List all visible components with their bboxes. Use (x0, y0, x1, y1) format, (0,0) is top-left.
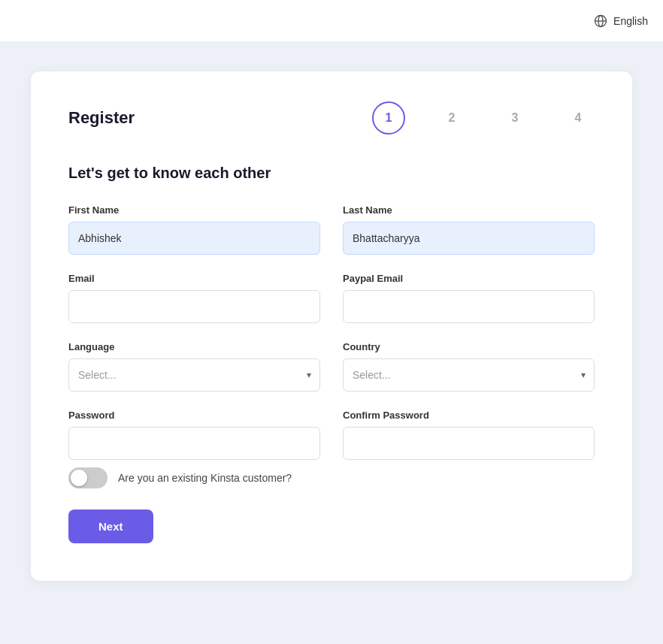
confirm-password-label: Confirm Password (343, 410, 595, 421)
first-name-label: First Name (68, 204, 320, 216)
language-select[interactable]: Select... (68, 358, 320, 392)
steps-indicator: 1 2 3 4 (372, 101, 595, 135)
paypal-email-label: Paypal Email (343, 273, 595, 284)
first-name-input[interactable] (68, 222, 320, 255)
country-group: Country Select... ▾ (343, 341, 595, 392)
language-selector[interactable]: English (594, 14, 648, 28)
form-grid: First Name Last Name Email Paypal Email (68, 204, 595, 460)
card-header: Register 1 2 3 4 (68, 101, 595, 135)
step-2: 2 (435, 101, 468, 135)
confirm-password-input[interactable] (343, 427, 595, 460)
form-subtitle: Let's get to know each other (68, 165, 595, 182)
register-title: Register (68, 108, 135, 128)
step-4: 4 (562, 101, 595, 135)
kinsta-toggle-row: Are you an existing Kinsta customer? (68, 467, 595, 488)
email-input[interactable] (68, 290, 320, 323)
paypal-email-group: Paypal Email (343, 273, 595, 323)
password-input[interactable] (68, 427, 320, 460)
password-label: Password (68, 410, 320, 421)
toggle-thumb (71, 470, 87, 486)
last-name-label: Last Name (343, 204, 595, 216)
kinsta-toggle-label: Are you an existing Kinsta customer? (118, 472, 292, 484)
main-content: Register 1 2 3 4 Let's get to know each … (0, 41, 663, 611)
language-label: English (613, 15, 648, 27)
language-label: Language (68, 341, 320, 352)
first-name-group: First Name (68, 204, 320, 255)
last-name-group: Last Name (343, 204, 595, 255)
register-form: First Name Last Name Email Paypal Email (68, 204, 595, 543)
country-select-wrapper: Select... ▾ (343, 358, 595, 392)
next-button[interactable]: Next (68, 509, 153, 543)
kinsta-customer-toggle[interactable] (68, 467, 107, 488)
country-select[interactable]: Select... (343, 358, 595, 392)
step-1: 1 (372, 101, 405, 135)
email-group: Email (68, 273, 320, 323)
step-3: 3 (498, 101, 531, 135)
confirm-password-group: Confirm Password (343, 410, 595, 460)
register-card: Register 1 2 3 4 Let's get to know each … (31, 71, 632, 581)
language-group: Language Select... ▾ (68, 341, 320, 392)
language-select-wrapper: Select... ▾ (68, 358, 320, 392)
last-name-input[interactable] (343, 222, 595, 255)
globe-icon (594, 14, 607, 28)
email-label: Email (68, 273, 320, 284)
country-label: Country (343, 341, 595, 352)
paypal-email-input[interactable] (343, 290, 595, 323)
top-bar: English (0, 0, 663, 41)
password-group: Password (68, 410, 320, 460)
